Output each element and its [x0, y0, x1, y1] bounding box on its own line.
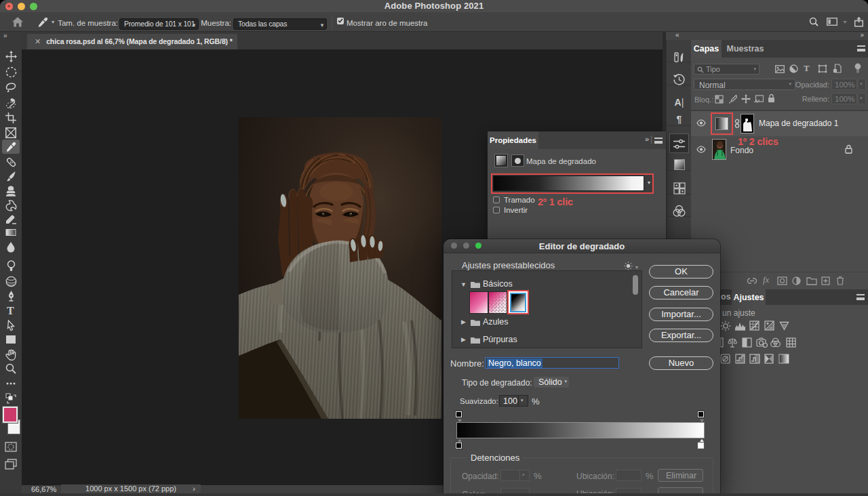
- svg-text:T: T: [7, 305, 14, 316]
